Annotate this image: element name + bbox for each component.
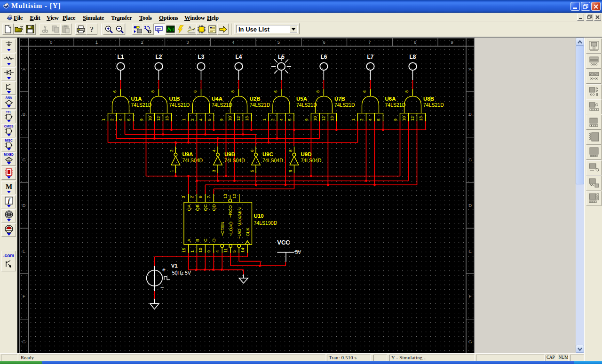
svg-text:10: 10 bbox=[198, 248, 203, 253]
svg-text:4: 4 bbox=[368, 119, 372, 121]
svg-text:11: 11 bbox=[223, 248, 228, 253]
svg-text:74LS04D: 74LS04D bbox=[262, 158, 283, 163]
svg-text:5: 5 bbox=[376, 119, 381, 121]
svg-text:3: 3 bbox=[212, 170, 216, 172]
svg-text:F: F bbox=[469, 293, 472, 299]
svg-text:B: B bbox=[195, 239, 200, 242]
svg-text:14: 14 bbox=[240, 248, 245, 253]
svg-text:8: 8 bbox=[230, 90, 235, 93]
svg-text:8: 8 bbox=[316, 90, 320, 93]
svg-text:L3: L3 bbox=[198, 54, 204, 60]
svg-text:7: 7 bbox=[206, 196, 211, 198]
svg-text:74LS21D: 74LS21D bbox=[334, 102, 355, 108]
svg-text:1: 1 bbox=[101, 119, 106, 121]
svg-text:8: 8 bbox=[150, 90, 155, 93]
svg-text:74LS21D: 74LS21D bbox=[212, 102, 232, 108]
svg-text:A: A bbox=[469, 66, 472, 71]
svg-text:8: 8 bbox=[404, 90, 409, 93]
svg-text:B: B bbox=[469, 111, 472, 117]
svg-text:E: E bbox=[469, 248, 472, 253]
svg-text:CLK: CLK bbox=[245, 227, 250, 236]
svg-text:0: 0 bbox=[50, 40, 52, 45]
svg-text:13: 13 bbox=[419, 116, 423, 121]
svg-text:U9A: U9A bbox=[182, 151, 193, 157]
svg-text:8: 8 bbox=[414, 40, 416, 45]
svg-text:1: 1 bbox=[169, 170, 174, 172]
svg-text:U9D: U9D bbox=[301, 151, 312, 157]
svg-text:5V: 5V bbox=[295, 249, 301, 255]
svg-text:1: 1 bbox=[262, 119, 267, 121]
svg-text:74LS04D: 74LS04D bbox=[182, 158, 203, 163]
svg-text:U2B: U2B bbox=[250, 96, 261, 102]
svg-text:QA: QA bbox=[186, 204, 191, 211]
svg-text:E: E bbox=[23, 248, 25, 253]
svg-text:U5A: U5A bbox=[296, 96, 307, 102]
svg-text:A: A bbox=[186, 238, 191, 242]
svg-text:L8: L8 bbox=[409, 54, 416, 60]
svg-text:10: 10 bbox=[402, 116, 406, 121]
svg-text:G: G bbox=[22, 339, 25, 344]
svg-text:L4: L4 bbox=[235, 54, 242, 60]
svg-text:2: 2 bbox=[110, 119, 114, 121]
svg-text:C: C bbox=[468, 157, 472, 162]
svg-text:74LS190D: 74LS190D bbox=[254, 220, 277, 226]
svg-text:5: 5 bbox=[250, 170, 254, 172]
svg-text:4: 4 bbox=[232, 40, 234, 45]
svg-text:6: 6 bbox=[273, 90, 278, 93]
svg-text:D: D bbox=[22, 203, 25, 208]
svg-text:5: 5 bbox=[127, 119, 131, 121]
svg-text:V1: V1 bbox=[171, 263, 178, 269]
svg-text:5: 5 bbox=[277, 40, 280, 45]
svg-text:5: 5 bbox=[232, 250, 237, 253]
svg-text:3: 3 bbox=[186, 40, 189, 45]
svg-text:QD: QD bbox=[211, 204, 216, 211]
svg-text:3: 3 bbox=[181, 196, 186, 198]
svg-text:L7: L7 bbox=[367, 54, 373, 60]
svg-text:4: 4 bbox=[279, 119, 284, 121]
svg-text:74LS04D: 74LS04D bbox=[301, 158, 322, 163]
svg-text:4: 4 bbox=[215, 250, 220, 253]
svg-text:1: 1 bbox=[95, 40, 98, 45]
svg-text:U1A: U1A bbox=[131, 96, 142, 102]
svg-text:U9B: U9B bbox=[224, 151, 235, 157]
svg-text:1: 1 bbox=[351, 119, 356, 121]
svg-text:~LOAD: ~LOAD bbox=[228, 222, 233, 237]
svg-text:~RCO: ~RCO bbox=[228, 205, 233, 218]
svg-text:2: 2 bbox=[190, 196, 194, 198]
svg-text:−: − bbox=[160, 284, 164, 291]
svg-text:74LS21D: 74LS21D bbox=[385, 102, 406, 108]
svg-text:6: 6 bbox=[250, 150, 254, 152]
svg-text:U10: U10 bbox=[254, 213, 264, 219]
svg-text:MAX/MIN: MAX/MIN bbox=[237, 207, 242, 227]
svg-text:12: 12 bbox=[156, 116, 161, 121]
svg-text:9: 9 bbox=[139, 119, 144, 121]
svg-text:8: 8 bbox=[288, 150, 293, 152]
svg-text:5: 5 bbox=[287, 119, 292, 121]
svg-text:QB: QB bbox=[195, 205, 200, 211]
svg-text:U4A: U4A bbox=[212, 96, 222, 102]
svg-text:1: 1 bbox=[190, 250, 195, 253]
svg-text:6: 6 bbox=[198, 196, 203, 198]
svg-text:F: F bbox=[23, 293, 25, 299]
svg-text:12: 12 bbox=[410, 116, 415, 121]
svg-text:U1B: U1B bbox=[169, 96, 180, 102]
svg-text:+: + bbox=[162, 267, 166, 273]
svg-text:2: 2 bbox=[169, 150, 174, 152]
svg-text:9: 9 bbox=[219, 119, 224, 121]
svg-text:VCC: VCC bbox=[277, 239, 290, 246]
svg-text:?: ? bbox=[90, 25, 94, 33]
svg-text:L2: L2 bbox=[155, 54, 162, 60]
svg-text:6: 6 bbox=[362, 90, 367, 93]
svg-text:12: 12 bbox=[236, 116, 241, 121]
svg-text:50Hz 5V: 50Hz 5V bbox=[172, 270, 191, 276]
svg-text:15: 15 bbox=[182, 248, 186, 253]
svg-text:7: 7 bbox=[368, 40, 371, 45]
svg-text:U6A: U6A bbox=[385, 96, 396, 102]
svg-text:74LS21D: 74LS21D bbox=[131, 102, 152, 108]
svg-text:QC: QC bbox=[203, 204, 208, 211]
svg-text:9: 9 bbox=[288, 170, 293, 172]
svg-text:13: 13 bbox=[223, 194, 228, 198]
svg-text:U9C: U9C bbox=[262, 151, 273, 157]
svg-text:L6: L6 bbox=[320, 54, 327, 60]
svg-text:M: M bbox=[5, 183, 12, 190]
